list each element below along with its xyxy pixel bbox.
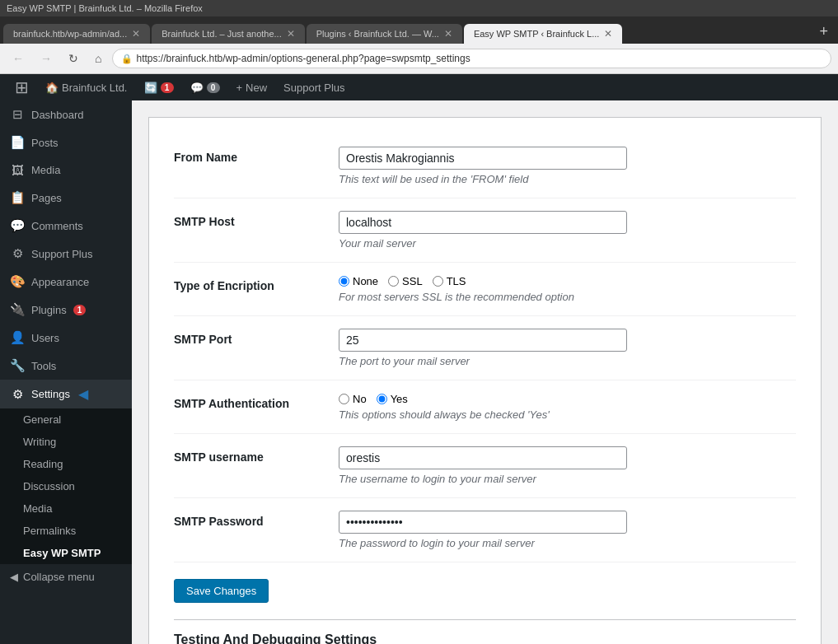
- sidebar-item-appearance[interactable]: 🎨 Appearance: [0, 268, 132, 296]
- adminbar-wp-logo[interactable]: ⊞: [7, 74, 37, 100]
- from-name-input[interactable]: [339, 147, 627, 170]
- smtp-auth-yes-option[interactable]: Yes: [377, 393, 408, 405]
- encryption-none-option[interactable]: None: [339, 275, 378, 287]
- sidebar-icon-comments: 💬: [10, 218, 25, 233]
- encryption-tls-option[interactable]: TLS: [433, 275, 466, 287]
- encryption-ssl-radio[interactable]: [388, 276, 399, 287]
- sidebar-item-pages[interactable]: 📋 Pages: [0, 184, 132, 212]
- adminbar-comments[interactable]: 💬 0: [182, 74, 228, 100]
- smtp-port-row: SMTP Port The port to your mail server: [174, 316, 796, 380]
- sidebar: ⊟ Dashboard 📄 Posts 🖼 Media 📋 Pages 💬 Co…: [0, 100, 132, 644]
- browser-tab-tab2[interactable]: Brainfuck Ltd. – Just anothe...✕: [152, 24, 305, 44]
- encryption-none-label: None: [353, 275, 378, 287]
- smtp-auth-no-label: No: [353, 393, 367, 405]
- browser-tab-tab3[interactable]: Plugins ‹ Brainfuck Ltd. — W...✕: [307, 24, 462, 44]
- sidebar-label-settings: Settings: [31, 388, 70, 400]
- smtp-port-input[interactable]: [339, 329, 627, 352]
- sidebar-icon-appearance: 🎨: [10, 274, 25, 289]
- smtp-auth-label: SMTP Authentication: [174, 380, 339, 434]
- encryption-hint: For most servers SSL is the recommended …: [339, 291, 796, 303]
- submenu-easy-wp-smtp[interactable]: Easy WP SMTP: [0, 542, 132, 564]
- encryption-radio-group: None SSL TLS: [339, 275, 796, 287]
- browser-tab-tab4[interactable]: Easy WP SMTP ‹ Brainfuck L...✕: [464, 24, 622, 44]
- updates-icon: 🔄: [144, 82, 157, 94]
- submenu-reading[interactable]: Reading: [0, 453, 132, 475]
- smtp-auth-no-radio[interactable]: [339, 394, 349, 404]
- smtp-host-input[interactable]: [339, 211, 627, 234]
- admin-bar: ⊞ 🏠 Brainfuck Ltd. 🔄 1 💬 0 + New Support…: [0, 74, 838, 100]
- encryption-label: Type of Encription: [174, 263, 339, 316]
- adminbar-site-name[interactable]: 🏠 Brainfuck Ltd.: [37, 74, 136, 100]
- reload-button[interactable]: ↻: [63, 49, 84, 68]
- sidebar-badge-plugins: 1: [73, 305, 87, 315]
- submenu-writing[interactable]: Writing: [0, 431, 132, 453]
- site-icon: 🏠: [45, 82, 59, 94]
- settings-submenu: General Writing Reading Discussion Media…: [0, 408, 132, 564]
- sidebar-label-comments: Comments: [31, 220, 83, 232]
- settings-arrow-icon: ◀: [78, 386, 88, 402]
- submenu-permalinks[interactable]: Permalinks: [0, 520, 132, 542]
- browser-titlebar: Easy WP SMTP | Brainfuck Ltd. – Mozilla …: [0, 0, 838, 16]
- save-changes-button[interactable]: Save Changes: [174, 579, 269, 603]
- sidebar-item-tools[interactable]: 🔧 Tools: [0, 352, 132, 380]
- sidebar-item-posts[interactable]: 📄 Posts: [0, 128, 132, 156]
- encryption-tls-radio[interactable]: [433, 276, 443, 287]
- forward-button[interactable]: →: [35, 49, 58, 68]
- new-tab-button[interactable]: +: [812, 20, 835, 44]
- sidebar-item-media[interactable]: 🖼 Media: [0, 156, 132, 184]
- back-button[interactable]: ←: [7, 49, 30, 68]
- sidebar-item-plugins[interactable]: 🔌 Plugins 1: [0, 296, 132, 324]
- sidebar-icon-media: 🖼: [10, 163, 25, 177]
- smtp-username-row: SMTP username The username to login to y…: [174, 434, 796, 498]
- sidebar-item-dashboard[interactable]: ⊟ Dashboard: [0, 100, 132, 128]
- settings-form-area: From Name This text will be used in the …: [148, 117, 822, 644]
- from-name-label: From Name: [174, 134, 339, 198]
- encryption-tls-label: TLS: [447, 275, 466, 287]
- sidebar-item-support-plus[interactable]: ⚙ Support Plus: [0, 240, 132, 268]
- url-text: https://brainfuck.htb/wp-admin/options-g…: [136, 53, 822, 64]
- submenu-media[interactable]: Media: [0, 497, 132, 520]
- submenu-discussion[interactable]: Discussion: [0, 475, 132, 497]
- tab-close-tab1[interactable]: ✕: [132, 28, 140, 40]
- adminbar-updates[interactable]: 🔄 1: [136, 74, 182, 100]
- smtp-port-hint: The port to your mail server: [339, 355, 796, 367]
- sidebar-item-settings[interactable]: ⚙ Settings ◀: [0, 380, 132, 408]
- smtp-auth-no-option[interactable]: No: [339, 393, 367, 405]
- main-content: From Name This text will be used in the …: [132, 100, 838, 644]
- smtp-auth-hint: This options should always be checked 'Y…: [339, 408, 796, 421]
- browser-chrome: Easy WP SMTP | Brainfuck Ltd. – Mozilla …: [0, 0, 838, 74]
- collapse-icon: ◀: [10, 571, 18, 583]
- collapse-menu-button[interactable]: ◀ Collapse menu: [0, 564, 132, 590]
- wp-admin-layout: ⊟ Dashboard 📄 Posts 🖼 Media 📋 Pages 💬 Co…: [0, 100, 838, 644]
- smtp-password-label: SMTP Password: [174, 498, 339, 562]
- smtp-password-input[interactable]: [339, 511, 627, 534]
- sidebar-item-users[interactable]: 👤 Users: [0, 324, 132, 352]
- browser-toolbar: ← → ↻ ⌂ 🔒 https://brainfuck.htb/wp-admin…: [0, 44, 838, 74]
- sidebar-label-dashboard: Dashboard: [31, 109, 84, 121]
- sidebar-label-tools: Tools: [31, 360, 56, 372]
- adminbar-new[interactable]: + New: [228, 74, 276, 100]
- submenu-general[interactable]: General: [0, 408, 132, 431]
- smtp-username-input[interactable]: [339, 446, 627, 469]
- smtp-host-label: SMTP Host: [174, 198, 339, 263]
- browser-tabs: brainfuck.htb/wp-admin/ad...✕Brainfuck L…: [0, 16, 838, 44]
- home-button[interactable]: ⌂: [89, 49, 107, 68]
- sidebar-icon-settings: ⚙: [10, 387, 25, 402]
- sidebar-icon-plugins: 🔌: [10, 302, 25, 317]
- address-bar[interactable]: 🔒 https://brainfuck.htb/wp-admin/options…: [112, 49, 831, 68]
- smtp-auth-yes-radio[interactable]: [377, 394, 387, 404]
- smtp-auth-radio-group: No Yes: [339, 393, 796, 405]
- sidebar-icon-support-plus: ⚙: [10, 246, 25, 261]
- encryption-ssl-option[interactable]: SSL: [388, 275, 423, 287]
- tab-close-tab2[interactable]: ✕: [287, 28, 295, 40]
- browser-tab-tab1[interactable]: brainfuck.htb/wp-admin/ad...✕: [3, 24, 150, 44]
- tab-close-tab3[interactable]: ✕: [444, 28, 452, 40]
- sidebar-item-comments[interactable]: 💬 Comments: [0, 212, 132, 240]
- plus-icon: +: [236, 82, 243, 94]
- tab-close-tab4[interactable]: ✕: [604, 28, 612, 40]
- from-name-row: From Name This text will be used in the …: [174, 134, 796, 198]
- adminbar-support-plus[interactable]: Support Plus: [275, 74, 353, 100]
- wp-logo-icon: ⊞: [15, 77, 29, 97]
- settings-form-table: From Name This text will be used in the …: [174, 134, 796, 562]
- encryption-none-radio[interactable]: [339, 276, 349, 287]
